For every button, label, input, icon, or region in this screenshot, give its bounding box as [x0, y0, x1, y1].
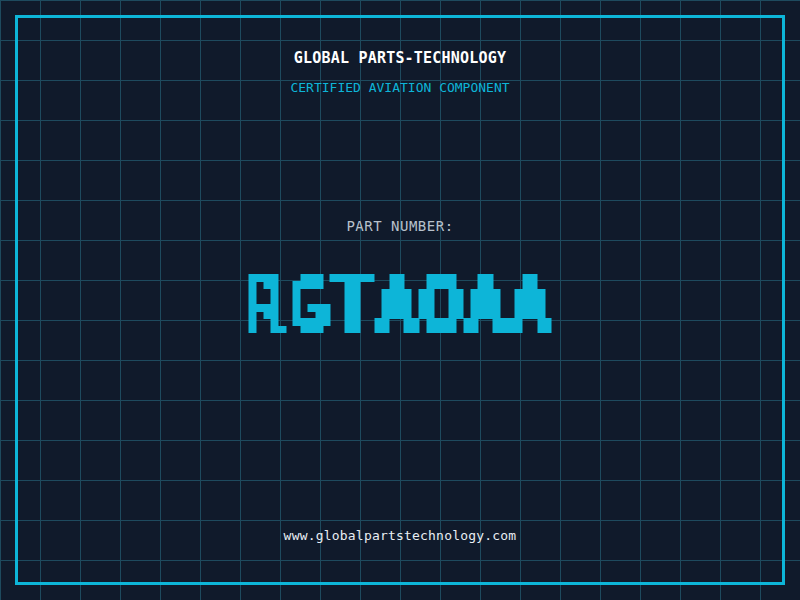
footer-url: www.globalpartstechnology.com [0, 528, 800, 544]
page-subtitle: CERTIFIED AVIATION COMPONENT [0, 81, 800, 95]
page-title: GLOBAL PARTS-TECHNOLOGY [0, 50, 800, 66]
part-number-label: PART NUMBER: [0, 219, 800, 233]
certificate-page: GLOBAL PARTS-TECHNOLOGY CERTIFIED AVIATI… [0, 0, 800, 600]
part-number-pixel-text [249, 274, 552, 333]
